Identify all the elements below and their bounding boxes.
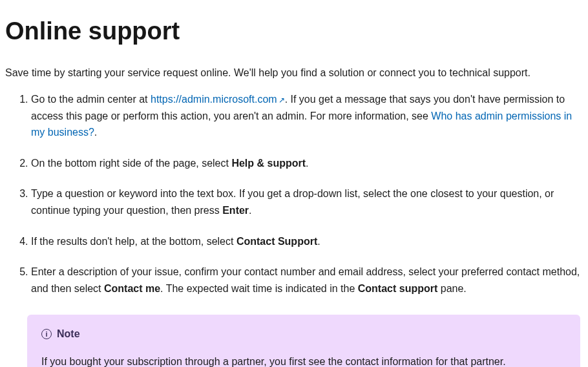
step-text: . (317, 236, 320, 247)
bold-text: Contact me (104, 283, 160, 294)
info-icon: i (41, 329, 52, 339)
note-text: If you bought your subscription through … (41, 356, 506, 367)
bold-text: Contact Support (236, 236, 317, 247)
list-item: On the bottom right side of the page, se… (31, 155, 583, 172)
list-item: Go to the admin center at https://admin.… (31, 91, 583, 141)
step-text: . (94, 127, 97, 138)
list-item: If the results don't help, at the bottom… (31, 233, 583, 250)
step-text: If the results don't help, at the bottom… (31, 236, 236, 247)
step-text: Go to the admin center at (31, 94, 151, 105)
steps-list: Go to the admin center at https://admin.… (5, 91, 583, 297)
step-text: . The expected wait time is indicated in… (160, 283, 358, 294)
note-header: i Note (41, 326, 566, 342)
step-text: pane. (437, 283, 466, 294)
step-text: . (306, 158, 308, 169)
bold-text: Enter (222, 205, 249, 216)
admin-center-link[interactable]: https://admin.microsoft.com↗ (151, 94, 285, 105)
step-text: Type a question or keyword into the text… (31, 188, 554, 216)
note-label: Note (57, 326, 80, 342)
page-title: Online support (5, 13, 583, 50)
note-body: If you bought your subscription through … (41, 353, 566, 367)
step-text: On the bottom right side of the page, se… (31, 158, 231, 169)
bold-text: Contact support (358, 283, 438, 294)
note-callout: i Note If you bought your subscription t… (27, 315, 580, 367)
list-item: Type a question or keyword into the text… (31, 185, 583, 218)
step-text: . (249, 205, 251, 216)
bold-text: Help & support (231, 158, 306, 169)
external-link-icon: ↗ (278, 94, 285, 107)
list-item: Enter a description of your issue, confi… (31, 264, 583, 297)
intro-text: Save time by starting your service reque… (5, 65, 583, 81)
